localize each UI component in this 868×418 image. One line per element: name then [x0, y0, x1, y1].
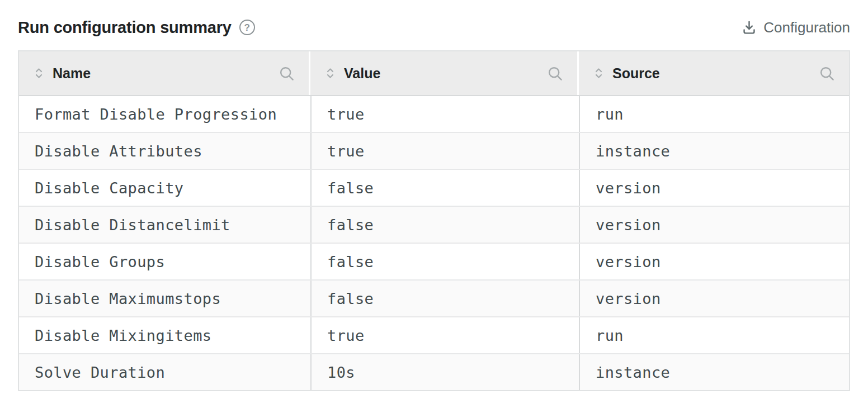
cell-name: Disable Distancelimit — [19, 207, 310, 243]
table-row: Disable Attributes true instance — [19, 132, 849, 169]
sort-icon[interactable] — [593, 67, 604, 79]
cell-name: Disable Mixingitems — [19, 317, 310, 353]
cell-source: version — [579, 244, 849, 279]
column-header-label: Name — [53, 65, 278, 82]
cell-source: version — [579, 207, 849, 243]
cell-name: Solve Duration — [19, 354, 310, 390]
cell-source: instance — [579, 354, 849, 390]
cell-value: true — [310, 96, 579, 132]
sort-icon[interactable] — [325, 67, 336, 79]
cell-source: version — [579, 281, 849, 316]
cell-name: Disable Groups — [19, 244, 310, 279]
cell-value: true — [310, 317, 579, 353]
sort-icon[interactable] — [34, 67, 44, 79]
search-icon[interactable] — [278, 65, 295, 82]
download-icon — [741, 20, 757, 36]
table-row: Disable Mixingitems true run — [19, 316, 849, 353]
page-header: Run configuration summary ? Configuratio… — [18, 15, 850, 40]
column-header-label: Source — [612, 65, 818, 82]
download-configuration-button[interactable]: Configuration — [741, 19, 850, 36]
cell-name: Disable Maximumstops — [19, 281, 310, 316]
table-row: Solve Duration 10s instance — [19, 353, 849, 390]
table-row: Disable Capacity false version — [19, 169, 849, 206]
page: Run configuration summary ? Configuratio… — [0, 0, 868, 391]
search-icon[interactable] — [818, 65, 836, 82]
cell-source: run — [579, 317, 849, 353]
cell-value: false — [310, 244, 579, 279]
column-header-value[interactable]: Value — [310, 51, 579, 95]
download-label: Configuration — [763, 19, 850, 36]
cell-value: false — [310, 170, 579, 206]
cell-source: version — [579, 170, 849, 206]
cell-name: Format Disable Progression — [19, 96, 310, 132]
cell-source: instance — [579, 133, 849, 169]
cell-value: 10s — [310, 354, 579, 390]
column-header-source[interactable]: Source — [579, 51, 849, 95]
table-header-row: Name Value — [19, 51, 849, 95]
column-header-name[interactable]: Name — [19, 51, 310, 95]
cell-name: Disable Attributes — [19, 133, 310, 169]
cell-name: Disable Capacity — [19, 170, 310, 206]
table-row: Format Disable Progression true run — [19, 95, 849, 132]
table-row: Disable Groups false version — [19, 243, 849, 279]
table-body: Format Disable Progression true run Disa… — [19, 95, 849, 390]
table-row: Disable Distancelimit false version — [19, 206, 849, 243]
run-configuration-table: Name Value — [18, 50, 850, 391]
table-row: Disable Maximumstops false version — [19, 279, 849, 316]
title-wrap: Run configuration summary ? — [18, 18, 255, 37]
page-title: Run configuration summary — [18, 18, 232, 37]
cell-value: false — [310, 207, 579, 243]
search-icon[interactable] — [546, 65, 564, 82]
column-header-label: Value — [344, 65, 546, 82]
cell-value: true — [310, 133, 579, 169]
help-circle-icon[interactable]: ? — [239, 20, 255, 35]
cell-source: run — [579, 96, 849, 132]
cell-value: false — [310, 281, 579, 316]
